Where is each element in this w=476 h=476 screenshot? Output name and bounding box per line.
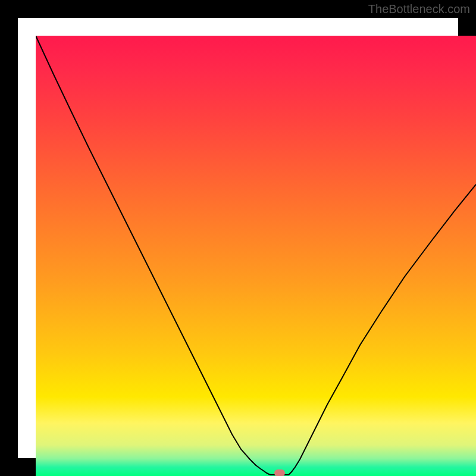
watermark-text: TheBottleneck.com <box>368 2 470 16</box>
curve-layer <box>36 36 476 476</box>
plot-area <box>36 36 476 476</box>
minimum-marker <box>274 469 285 476</box>
bottleneck-chart-page: TheBottleneck.com <box>0 0 476 476</box>
bottleneck-curve <box>36 36 476 475</box>
chart-frame <box>0 0 476 476</box>
